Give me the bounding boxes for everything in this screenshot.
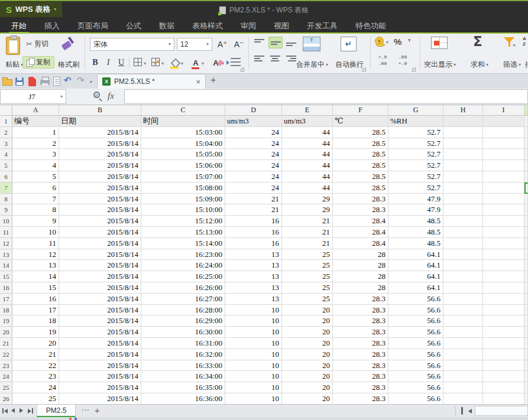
cell-G23[interactable]: 56.6 — [388, 360, 443, 372]
cell-E10[interactable]: 21 — [282, 216, 333, 227]
cell-C14[interactable]: 16:24:00 — [141, 260, 225, 271]
column-header-A[interactable]: A — [12, 105, 59, 116]
cell-J22[interactable] — [524, 349, 528, 360]
row-header-4[interactable]: 4 — [0, 149, 12, 160]
cell-H21[interactable] — [443, 338, 483, 349]
comma-style-button[interactable]: ’ — [408, 37, 410, 47]
menu-数据[interactable]: 数据 — [150, 18, 183, 34]
row-header-26[interactable]: 26 — [0, 393, 12, 404]
name-box[interactable]: J7 ▾ — [0, 89, 66, 104]
cell-J10[interactable] — [524, 216, 528, 227]
cell-I5[interactable] — [483, 160, 524, 171]
cell-F26[interactable]: 28.3 — [333, 393, 388, 404]
cell-C22[interactable]: 16:32:00 — [141, 349, 225, 360]
draw-border-button[interactable] — [151, 58, 160, 66]
align-center-button[interactable] — [268, 53, 283, 65]
row-header-19[interactable]: 19 — [0, 315, 12, 327]
cell-A2[interactable]: 1 — [12, 127, 59, 138]
row-header-15[interactable]: 15 — [0, 271, 12, 282]
cut-button[interactable]: ✂剪切 — [26, 39, 48, 49]
cell-F4[interactable]: 28.5 — [333, 149, 388, 160]
cell-E1[interactable]: um/m3 — [282, 116, 333, 127]
row-header-12[interactable]: 12 — [0, 238, 12, 249]
cell-J16[interactable] — [524, 282, 528, 294]
font-size-select[interactable]: 12▾ — [177, 38, 212, 51]
open-file-icon[interactable] — [2, 79, 12, 86]
cell-I16[interactable] — [483, 282, 524, 294]
paste-icon[interactable] — [6, 37, 20, 55]
cell-H20[interactable] — [443, 327, 483, 338]
cell-G22[interactable]: 56.6 — [388, 349, 443, 360]
cell-H17[interactable] — [443, 294, 483, 305]
cell-E6[interactable]: 44 — [282, 171, 333, 183]
cell-E23[interactable]: 20 — [282, 360, 333, 372]
filter-icon[interactable]: = — [504, 37, 516, 48]
cell-G5[interactable]: 52.7 — [388, 160, 443, 171]
cell-D1[interactable]: um/m3 — [225, 116, 282, 127]
cell-D20[interactable]: 10 — [225, 327, 282, 338]
align-left-button[interactable] — [252, 53, 267, 65]
cell-B19[interactable]: 2015/8/14 — [59, 315, 141, 327]
cell-F10[interactable]: 28.4 — [333, 216, 388, 227]
cell-B10[interactable]: 2015/8/14 — [59, 216, 141, 227]
highlight-cells-icon[interactable] — [431, 37, 448, 49]
cell-I23[interactable] — [483, 360, 524, 372]
cell-A12[interactable]: 11 — [12, 238, 59, 249]
cell-H23[interactable] — [443, 360, 483, 372]
insert-function-button[interactable]: fx — [108, 91, 114, 101]
cell-J17[interactable] — [524, 294, 528, 305]
cell-J25[interactable] — [524, 382, 528, 393]
cell-F12[interactable]: 28.4 — [333, 238, 388, 249]
menu-页面布局[interactable]: 页面布局 — [69, 18, 117, 34]
sheet-first-button[interactable] — [2, 408, 8, 414]
cell-B5[interactable]: 2015/8/14 — [59, 160, 141, 171]
cell-D7[interactable]: 24 — [225, 183, 282, 194]
cell-F8[interactable]: 28.3 — [333, 194, 388, 205]
print-preview-icon[interactable] — [53, 77, 60, 86]
row-header-3[interactable]: 3 — [0, 138, 12, 149]
cell-J12[interactable] — [524, 238, 528, 249]
row-header-22[interactable]: 22 — [0, 349, 12, 360]
cell-H13[interactable] — [443, 249, 483, 261]
row-header-5[interactable]: 5 — [0, 160, 12, 171]
cell-B23[interactable]: 2015/8/14 — [59, 360, 141, 372]
fill-color-button[interactable]: ▾ — [170, 57, 188, 70]
borders-caret-icon[interactable]: ▾ — [144, 61, 146, 66]
cell-I21[interactable] — [483, 338, 524, 349]
cell-A19[interactable]: 18 — [12, 315, 59, 327]
cell-H1[interactable] — [443, 116, 483, 127]
menu-公式[interactable]: 公式 — [117, 18, 150, 34]
decrease-font-size-button[interactable]: A⁻ — [232, 38, 246, 51]
save-icon[interactable] — [15, 77, 24, 86]
name-box-caret-icon[interactable]: ▾ — [60, 95, 63, 99]
column-header-H[interactable]: H — [443, 105, 483, 116]
cell-H4[interactable] — [443, 149, 483, 160]
formula-input[interactable] — [124, 89, 528, 104]
cell-B22[interactable]: 2015/8/14 — [59, 349, 141, 360]
menu-插入[interactable]: 插入 — [35, 18, 69, 34]
export-pdf-icon[interactable] — [28, 77, 36, 86]
cell-D21[interactable]: 10 — [225, 338, 282, 349]
cell-G26[interactable]: 56.6 — [388, 393, 443, 404]
cell-G18[interactable]: 56.6 — [388, 305, 443, 316]
cell-C3[interactable]: 15:04:00 — [141, 138, 225, 149]
cell-H24[interactable] — [443, 371, 483, 382]
new-document-button[interactable]: + — [210, 75, 216, 86]
cell-D15[interactable]: 13 — [225, 271, 282, 282]
cell-I2[interactable] — [483, 127, 524, 138]
borders-button[interactable] — [134, 58, 142, 66]
cell-J5[interactable] — [524, 160, 528, 171]
cell-I20[interactable] — [483, 327, 524, 338]
font-dialog-launcher-icon[interactable] — [240, 67, 244, 71]
menu-开发工具[interactable]: 开发工具 — [298, 18, 346, 34]
cell-C6[interactable]: 15:07:00 — [141, 171, 225, 183]
cell-E16[interactable]: 25 — [282, 282, 333, 294]
cell-I14[interactable] — [483, 260, 524, 271]
cell-A18[interactable]: 17 — [12, 305, 59, 316]
cell-H14[interactable] — [443, 260, 483, 271]
cell-B17[interactable]: 2015/8/14 — [59, 294, 141, 305]
cell-J6[interactable] — [524, 171, 528, 183]
cell-A13[interactable]: 12 — [12, 249, 59, 261]
row-header-11[interactable]: 11 — [0, 227, 12, 238]
cell-E20[interactable]: 20 — [282, 327, 333, 338]
